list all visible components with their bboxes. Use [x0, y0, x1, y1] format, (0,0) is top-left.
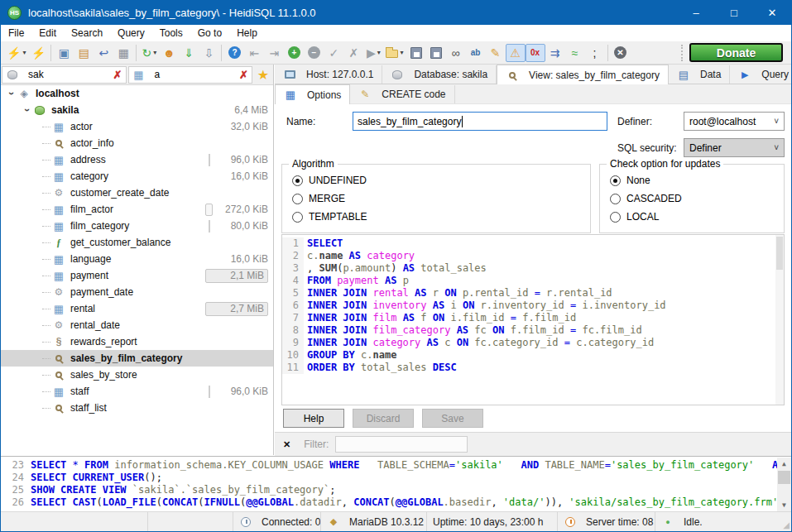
tree-item-staff_list[interactable]: staff_list [1, 400, 273, 416]
save-sql-as-button[interactable] [426, 44, 446, 62]
clear-table-filter-icon[interactable]: ✗ [239, 69, 248, 81]
donate-button[interactable]: Donate [689, 43, 783, 62]
tree-item-payment_date[interactable]: ⚙payment_date [1, 284, 273, 300]
highlight-errors-button[interactable]: ⚠ [506, 44, 526, 62]
close-filter-icon[interactable]: ✕ [283, 439, 290, 450]
save-snippet-button[interactable]: ⇩ [199, 44, 218, 62]
view-name-input[interactable]: sales_by_film_category [353, 112, 607, 131]
filter-input[interactable] [335, 436, 468, 453]
menu-query[interactable]: Query [110, 25, 152, 41]
minimize-button[interactable]: – [677, 0, 715, 25]
tab-database-sakila[interactable]: Database: sakila [382, 65, 497, 84]
insert-row-button[interactable]: + [284, 44, 304, 62]
tree-item-rental[interactable]: ▦rental2,7 MiB [1, 300, 273, 317]
help-button[interactable]: ? [224, 44, 244, 62]
user-manager-button[interactable]: ☻ [159, 44, 179, 62]
tree-item-payment[interactable]: ▦payment2,1 MiB [1, 267, 273, 284]
log-scrollbar-thumb[interactable] [778, 471, 790, 484]
delimiter-button[interactable]: ; [585, 44, 605, 62]
code-text: SELECT [304, 237, 343, 250]
check-option-option-local[interactable]: LOCAL [600, 208, 784, 226]
tree-item-film_category[interactable]: ▦film_category80,0 KiB [1, 218, 273, 234]
tree-item-actor[interactable]: ▦actor32,0 KiB [1, 118, 273, 135]
scroll-down-icon[interactable]: ▼ [777, 499, 791, 511]
editor-scrollbar-thumb[interactable] [776, 237, 783, 270]
paste-button[interactable]: ▤ [74, 44, 94, 62]
tree-item-staff[interactable]: ▦staff96,0 KiB [1, 383, 273, 400]
tree-item-rewards_report[interactable]: §rewards_report [1, 333, 273, 350]
reformat-sql-button[interactable]: ≈ [565, 44, 585, 62]
tree-item-sales_by_film_category[interactable]: sales_by_film_category [1, 350, 273, 367]
function-icon: ƒ [52, 237, 65, 249]
resize-grip[interactable]: ◢ [783, 520, 790, 530]
export-database-sql-button[interactable]: ⇓ [179, 44, 199, 62]
nav-first-button[interactable]: ⇤ [244, 44, 264, 62]
check-option-option-cascaded[interactable]: CASCADED [600, 189, 784, 208]
stop-process-button[interactable]: ✕ [611, 44, 631, 62]
menu-help[interactable]: Help [229, 25, 265, 41]
view-binary-as-hex-button[interactable]: 0x [526, 44, 545, 62]
tab-view-sales-by-film-category[interactable]: View: sales_by_film_category [497, 65, 669, 84]
tree-item-rental_date[interactable]: ⚙rental_date [1, 317, 273, 333]
save-sql-button[interactable] [406, 44, 426, 62]
tree-item-customer_create_date[interactable]: ⚙customer_create_date [1, 185, 273, 201]
tree-item-sales_by_store[interactable]: sales_by_store [1, 367, 273, 383]
check-option-option-none[interactable]: None [600, 171, 784, 189]
delete-row-button[interactable]: − [304, 44, 324, 62]
tree-item-address[interactable]: ▦address96,0 KiB [1, 151, 273, 168]
chevron-expanded-icon[interactable]: › [22, 104, 33, 116]
refresh-button[interactable]: ↻▾ [139, 44, 159, 62]
tree-item-category[interactable]: ▦category16,0 KiB [1, 168, 273, 185]
tree-item-actor_info[interactable]: actor_info [1, 135, 273, 151]
load-sql-file-button[interactable]: ▾ [383, 44, 406, 62]
favorites-star-icon[interactable]: ★ [253, 67, 273, 83]
close-button[interactable]: ✕ [753, 0, 791, 25]
tree-item-sakila[interactable]: ›sakila6,4 MiB [1, 102, 273, 118]
tree-item-language[interactable]: ▦language16,0 KiB [1, 251, 273, 267]
help-button[interactable]: Help [283, 409, 344, 428]
chevron-expanded-icon[interactable]: › [6, 88, 17, 99]
tab-data[interactable]: ▤Data [669, 65, 730, 84]
view-sql-editor[interactable]: 1SELECT2c.name AS category3, SUM(p.amoun… [281, 234, 785, 405]
nav-last-button[interactable]: ⇥ [264, 44, 284, 62]
tree-item-film_actor[interactable]: ▦film_actor272,0 KiB [1, 201, 273, 218]
scroll-up-icon[interactable]: ▲ [777, 458, 791, 470]
disconnect-button[interactable]: ⚡ [28, 44, 48, 62]
post-edit-button[interactable]: ✓ [324, 44, 343, 62]
undo-button[interactable]: ↩ [94, 44, 113, 62]
menu-go-to[interactable]: Go to [190, 25, 229, 41]
size-label: 16,0 KiB [231, 253, 268, 265]
tree-item-localhost[interactable]: ›◈localhost [1, 85, 273, 102]
menu-tools[interactable]: Tools [152, 25, 190, 41]
find-text-button[interactable]: ∞ [446, 44, 466, 62]
indent-button[interactable]: ⇉ [545, 44, 565, 62]
execute-sql-button[interactable]: ▶▾ [363, 44, 383, 62]
tab-label: Host: 127.0.0.1 [306, 69, 373, 80]
definer-select[interactable]: root@localhost ˅ [684, 112, 785, 131]
log-scrollbar[interactable]: ▲ ▼ [777, 458, 791, 511]
database-filter-input[interactable]: sak ✗ [2, 66, 127, 84]
code-line: 6INNER JOIN inventory AS i ON r.inventor… [282, 300, 784, 312]
clear-database-filter-icon[interactable]: ✗ [113, 69, 122, 81]
tab-query[interactable]: ▶Query [730, 65, 792, 84]
cancel-edit-button[interactable]: ✗ [343, 44, 363, 62]
menu-file[interactable]: File [1, 25, 31, 41]
replace-text-button[interactable]: ab [466, 44, 486, 62]
sql-security-select[interactable]: Definer ˅ [684, 138, 785, 157]
maximize-button[interactable]: □ [715, 0, 753, 25]
table-filter-input[interactable]: ▦ a ✗ [128, 66, 253, 84]
menu-search[interactable]: Search [64, 25, 110, 41]
print-button[interactable]: ▦ [113, 44, 133, 62]
copy-button[interactable]: ▣ [54, 44, 74, 62]
format-code-button[interactable]: ✎ [486, 44, 506, 62]
algorithm-option-undefined[interactable]: UNDEFINED [282, 171, 590, 189]
algorithm-option-temptable[interactable]: TEMPTABLE [282, 208, 590, 226]
session-manager-button[interactable]: ⚡▾ [4, 44, 28, 62]
subtab-create-code[interactable]: ✎CREATE code [350, 85, 454, 103]
algorithm-option-merge[interactable]: MERGE [282, 189, 590, 208]
menu-edit[interactable]: Edit [31, 25, 64, 41]
subtab-options[interactable]: ▦Options [275, 84, 350, 104]
tree-item-get_customer_balance[interactable]: ƒget_customer_balance [1, 234, 273, 251]
tab-host-127-0-0-1[interactable]: Host: 127.0.0.1 [275, 65, 382, 84]
editor-scrollbar[interactable] [775, 235, 784, 405]
